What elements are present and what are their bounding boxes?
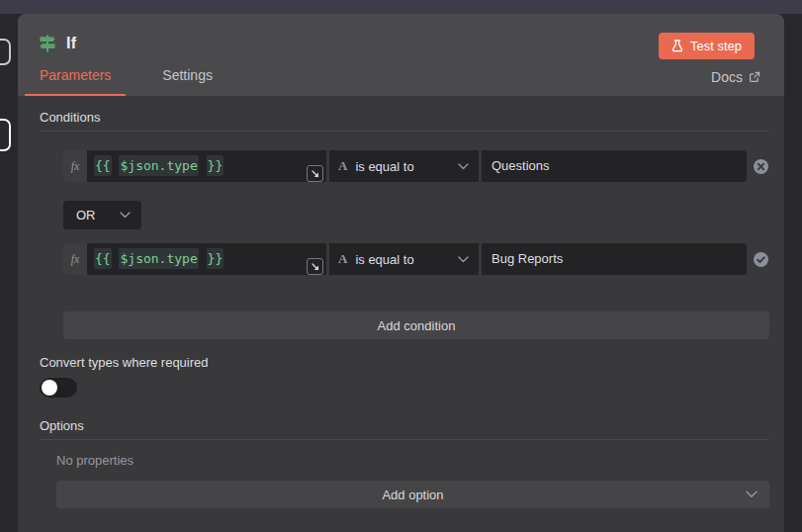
tab-parameters[interactable]: Parameters (25, 67, 126, 96)
fx-indicator: fx (63, 243, 87, 275)
expression-body: $json.type (119, 248, 198, 269)
operator-select[interactable]: A is equal to (329, 243, 479, 275)
expand-arrow-icon (311, 262, 320, 272)
convert-types-label: Convert types where required (40, 355, 769, 370)
operator-label: is equal to (355, 252, 413, 267)
conditions-section-label: Conditions (40, 110, 769, 125)
expression-input[interactable]: {{ $json.type }} (87, 150, 326, 182)
node-settings-panel: If Test step Parameters Settings Docs (18, 14, 784, 532)
convert-types-toggle[interactable] (40, 378, 77, 398)
condition-valid-button[interactable] (753, 251, 769, 268)
canvas-node-fragment (0, 39, 11, 65)
conditions-block: fx {{ $json.type }} A is equal (63, 150, 769, 339)
if-node-map-signs-icon (37, 33, 58, 54)
expression-open-braces: {{ (94, 248, 112, 269)
flask-icon (671, 40, 683, 52)
condition-row: fx {{ $json.type }} A is equal (63, 243, 769, 275)
tab-settings[interactable]: Settings (147, 67, 227, 96)
remove-condition-button[interactable] (753, 158, 769, 175)
condition-fields: fx {{ $json.type }} A is equal (63, 150, 747, 182)
string-type-icon: A (338, 251, 347, 267)
open-expression-editor-button[interactable] (307, 165, 323, 182)
left-value-expression-field: fx {{ $json.type }} (63, 150, 326, 182)
open-expression-editor-button[interactable] (307, 258, 323, 275)
left-value-expression-field: fx {{ $json.type }} (63, 243, 326, 275)
chevron-down-icon (746, 490, 757, 498)
canvas-background-top (0, 0, 802, 14)
add-condition-button[interactable]: Add condition (63, 311, 769, 339)
external-link-icon (749, 71, 760, 83)
x-circle-icon (753, 158, 769, 175)
add-option-label: Add option (382, 488, 443, 502)
fx-indicator: fx (63, 150, 87, 182)
node-title: If (66, 35, 76, 52)
expand-arrow-icon (311, 169, 320, 179)
section-divider (40, 131, 769, 132)
panel-header: If Test step Parameters Settings Docs (18, 14, 784, 96)
string-type-icon: A (338, 158, 347, 174)
no-properties-text: No properties (56, 453, 769, 468)
expression-open-braces: {{ (94, 155, 112, 176)
expression-body: $json.type (119, 155, 198, 176)
operator-select[interactable]: A is equal to (329, 150, 479, 182)
combinator-label: OR (76, 208, 96, 222)
test-step-label: Test step (690, 39, 742, 53)
chevron-down-icon (458, 256, 469, 263)
combinator-select[interactable]: OR (63, 201, 141, 229)
canvas-node-fragment (0, 119, 11, 151)
tabs-row: Parameters Settings Docs (25, 67, 760, 96)
chevron-down-icon (120, 212, 131, 219)
test-step-button[interactable]: Test step (659, 33, 755, 59)
docs-label: Docs (711, 69, 743, 85)
right-value-input[interactable]: Questions (482, 150, 747, 182)
expression-close-braces: }} (207, 155, 224, 176)
parameters-panel: Conditions fx {{ $json.type }} (18, 96, 784, 508)
docs-link[interactable]: Docs (711, 69, 760, 96)
condition-row: fx {{ $json.type }} A is equal (63, 150, 769, 182)
expression-input[interactable]: {{ $json.type }} (87, 243, 326, 275)
node-title-row: If Test step (18, 14, 784, 54)
n8n-node-details-view: If Test step Parameters Settings Docs (0, 0, 802, 532)
options-section-label: Options (40, 418, 769, 433)
right-value-input[interactable]: Bug Reports (482, 243, 747, 275)
operator-label: is equal to (355, 159, 413, 174)
section-divider (40, 439, 769, 440)
add-option-button[interactable]: Add option (56, 481, 769, 508)
condition-fields: fx {{ $json.type }} A is equal (63, 243, 747, 275)
chevron-down-icon (458, 163, 469, 170)
expression-close-braces: }} (207, 248, 224, 269)
toggle-knob (42, 380, 57, 396)
check-circle-icon (753, 251, 769, 268)
